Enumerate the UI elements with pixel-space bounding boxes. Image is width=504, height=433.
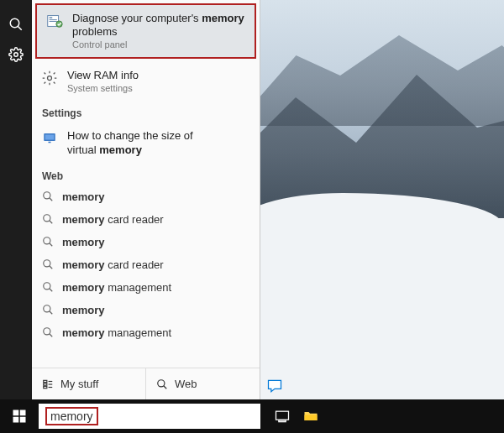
web-result[interactable]: memory card reader [32,208,260,231]
web-result-text: memory management [62,281,171,294]
svg-rect-4 [50,17,53,18]
svg-point-24 [44,328,50,335]
svg-point-22 [44,305,50,312]
web-result[interactable]: memory management [32,276,260,299]
svg-line-23 [50,311,53,315]
settings-result[interactable]: How to change the size ofvirtual memory [32,123,260,164]
settings-gear-icon [40,69,59,87]
svg-rect-34 [13,410,19,416]
search-icon [42,190,54,202]
web-result-text: memory [62,236,105,248]
svg-point-18 [44,260,50,267]
svg-rect-36 [13,417,19,423]
web-result-text: memory [62,190,105,203]
svg-point-14 [44,215,50,222]
web-result-text: memory management [62,326,171,339]
svg-rect-11 [49,142,51,143]
svg-line-19 [50,266,53,269]
search-icon [42,213,54,225]
svg-rect-10 [45,135,55,140]
search-icon [42,236,54,248]
cortana-speech-icon[interactable] [266,378,283,394]
web-result[interactable]: memory [32,231,260,253]
search-icon [42,326,54,338]
web-result-text: memory [62,304,105,316]
mystuff-label: My stuff [60,378,98,390]
search-icon [42,281,54,293]
taskbar: memory [0,399,504,433]
second-result-sub: System settings [67,83,139,95]
svg-rect-40 [305,415,318,420]
settings-gear-icon[interactable] [8,47,24,62]
start-button[interactable] [0,399,39,433]
best-match-sub: Control panel [72,39,246,51]
display-settings-icon [40,129,59,148]
svg-point-0 [10,18,19,28]
svg-point-20 [44,283,50,290]
wallpaper-decor [235,218,504,399]
web-scope-label: Web [175,378,197,390]
taskbar-search-box[interactable]: memory [39,404,260,429]
svg-point-16 [44,237,50,244]
cortana-search-panel: Diagnose your computer's memory problems… [32,0,260,399]
web-result-text: memory card reader [62,213,164,226]
web-result[interactable]: memory [32,185,260,208]
svg-rect-38 [276,411,289,420]
best-match-title: Diagnose your computer's memory problems [72,12,246,39]
web-scope-button[interactable]: Web [145,368,260,399]
svg-line-21 [50,289,53,292]
svg-line-13 [50,198,53,201]
svg-rect-26 [44,380,47,382]
svg-rect-27 [44,383,47,384]
svg-point-2 [14,53,18,57]
web-results-list: memorymemory card readermemorymemory car… [32,185,260,368]
task-view-icon[interactable] [274,408,291,425]
svg-point-8 [48,76,52,81]
section-header-web: Web [32,164,260,185]
file-explorer-icon[interactable] [302,408,319,425]
search-sidebar [0,0,32,399]
second-result[interactable]: View RAM info System settings [32,62,260,101]
second-result-title: View RAM info [67,69,139,82]
search-scope-bar: My stuff Web [32,368,260,399]
svg-point-32 [158,379,165,386]
svg-line-1 [18,26,22,30]
web-result-text: memory card reader [62,258,164,271]
svg-rect-28 [44,386,47,388]
best-match-result[interactable]: Diagnose your computer's memory problems… [35,3,256,59]
section-header-settings: Settings [32,101,260,123]
web-result[interactable]: memory [32,299,260,321]
search-icon[interactable] [8,17,24,32]
settings-result-title: How to change the size ofvirtual memory [67,129,193,157]
svg-line-25 [50,334,53,337]
svg-line-17 [50,243,53,247]
svg-rect-6 [50,21,57,22]
web-result[interactable]: memory management [32,321,260,344]
svg-line-15 [50,221,53,224]
svg-rect-39 [279,420,286,422]
svg-rect-37 [20,417,26,423]
svg-rect-35 [20,410,26,416]
svg-point-12 [44,192,50,199]
search-icon [42,258,54,270]
mystuff-button[interactable]: My stuff [32,368,145,399]
memory-diagnostic-icon [45,12,64,30]
search-icon [42,304,54,316]
search-query-text: memory [45,407,98,425]
svg-rect-5 [50,19,57,20]
web-result[interactable]: memory card reader [32,253,260,276]
svg-line-33 [164,385,167,389]
